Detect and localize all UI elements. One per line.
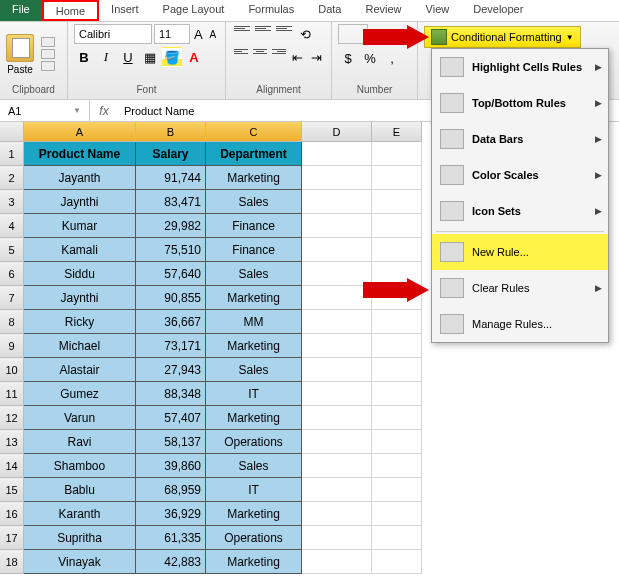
cell[interactable]: Operations xyxy=(206,430,302,454)
cell[interactable] xyxy=(372,526,422,550)
cell[interactable]: Finance xyxy=(206,214,302,238)
cell[interactable]: IT xyxy=(206,478,302,502)
cell[interactable] xyxy=(372,310,422,334)
cell[interactable]: 73,171 xyxy=(136,334,206,358)
cell[interactable]: Finance xyxy=(206,238,302,262)
cell[interactable]: Marketing xyxy=(206,406,302,430)
cell[interactable]: Ricky xyxy=(24,310,136,334)
percent-button[interactable]: % xyxy=(360,48,380,68)
cell[interactable]: MM xyxy=(206,310,302,334)
name-box[interactable]: A1 ▼ xyxy=(0,100,90,121)
align-top-button[interactable] xyxy=(232,24,252,40)
cell[interactable]: Marketing xyxy=(206,502,302,526)
row-header[interactable]: 9 xyxy=(0,334,24,358)
tab-file[interactable]: File xyxy=(0,0,42,21)
indent-decrease-button[interactable]: ⇤ xyxy=(289,47,307,67)
shrink-font-button[interactable]: A xyxy=(207,24,220,44)
tab-view[interactable]: View xyxy=(414,0,462,21)
cell[interactable] xyxy=(302,286,372,310)
cell[interactable] xyxy=(372,550,422,574)
cell[interactable]: 42,883 xyxy=(136,550,206,574)
cell[interactable] xyxy=(302,478,372,502)
cell[interactable] xyxy=(372,142,422,166)
italic-button[interactable]: I xyxy=(96,47,116,67)
cell[interactable]: Marketing xyxy=(206,550,302,574)
cell[interactable]: Karanth xyxy=(24,502,136,526)
row-header[interactable]: 1 xyxy=(0,142,24,166)
row-header[interactable]: 4 xyxy=(0,214,24,238)
cell[interactable] xyxy=(302,382,372,406)
cell[interactable] xyxy=(302,334,372,358)
cell[interactable] xyxy=(302,430,372,454)
cell[interactable]: 91,744 xyxy=(136,166,206,190)
row-header[interactable]: 17 xyxy=(0,526,24,550)
dropdown-item[interactable]: Color Scales▶ xyxy=(432,157,608,193)
cell[interactable]: 88,348 xyxy=(136,382,206,406)
align-center-button[interactable] xyxy=(251,47,269,63)
cell[interactable]: Kamali xyxy=(24,238,136,262)
cell[interactable] xyxy=(372,334,422,358)
cell[interactable]: Kumar xyxy=(24,214,136,238)
font-name-select[interactable] xyxy=(74,24,152,44)
row-header[interactable]: 11 xyxy=(0,382,24,406)
cell[interactable] xyxy=(302,502,372,526)
cell[interactable]: Operations xyxy=(206,526,302,550)
cell[interactable] xyxy=(372,238,422,262)
col-header-e[interactable]: E xyxy=(372,122,422,142)
cell[interactable] xyxy=(372,166,422,190)
dropdown-item[interactable]: Highlight Cells Rules▶ xyxy=(432,49,608,85)
cell[interactable] xyxy=(372,358,422,382)
cell[interactable] xyxy=(302,358,372,382)
cell[interactable]: Michael xyxy=(24,334,136,358)
cell[interactable] xyxy=(302,406,372,430)
dropdown-item[interactable]: Manage Rules... xyxy=(432,306,608,342)
cell[interactable]: 83,471 xyxy=(136,190,206,214)
cell[interactable]: 61,335 xyxy=(136,526,206,550)
tab-review[interactable]: Review xyxy=(353,0,413,21)
tab-formulas[interactable]: Formulas xyxy=(236,0,306,21)
align-right-button[interactable] xyxy=(270,47,288,63)
grow-font-button[interactable]: A xyxy=(192,24,205,44)
row-header[interactable]: 16 xyxy=(0,502,24,526)
cell[interactable]: 36,929 xyxy=(136,502,206,526)
cut-icon[interactable] xyxy=(41,37,55,47)
cell[interactable] xyxy=(372,406,422,430)
fill-color-button[interactable]: 🪣 xyxy=(162,47,182,67)
font-size-select[interactable] xyxy=(154,24,190,44)
row-header[interactable]: 2 xyxy=(0,166,24,190)
dropdown-item[interactable]: Data Bars▶ xyxy=(432,121,608,157)
cell[interactable]: 57,640 xyxy=(136,262,206,286)
cell[interactable]: Sales xyxy=(206,190,302,214)
cell[interactable] xyxy=(302,550,372,574)
cell[interactable]: Gumez xyxy=(24,382,136,406)
cell[interactable]: Jaynthi xyxy=(24,190,136,214)
cell[interactable]: 90,855 xyxy=(136,286,206,310)
cell[interactable] xyxy=(302,238,372,262)
cell[interactable]: 57,407 xyxy=(136,406,206,430)
cell[interactable] xyxy=(302,190,372,214)
cell[interactable] xyxy=(302,142,372,166)
cell[interactable] xyxy=(372,190,422,214)
row-header[interactable]: 12 xyxy=(0,406,24,430)
dropdown-item[interactable]: Icon Sets▶ xyxy=(432,193,608,229)
col-header-a[interactable]: A xyxy=(24,122,136,142)
align-middle-button[interactable] xyxy=(253,24,273,40)
row-header[interactable]: 18 xyxy=(0,550,24,574)
tab-insert[interactable]: Insert xyxy=(99,0,151,21)
row-header[interactable]: 7 xyxy=(0,286,24,310)
cell[interactable] xyxy=(372,214,422,238)
cell[interactable]: Alastair xyxy=(24,358,136,382)
cell[interactable] xyxy=(372,430,422,454)
select-all-corner[interactable] xyxy=(0,122,24,142)
row-header[interactable]: 13 xyxy=(0,430,24,454)
cell[interactable]: Ravi xyxy=(24,430,136,454)
cell[interactable]: Marketing xyxy=(206,166,302,190)
cell[interactable]: 27,943 xyxy=(136,358,206,382)
row-header[interactable]: 14 xyxy=(0,454,24,478)
orientation-button[interactable]: ⟲ xyxy=(295,24,315,44)
cell[interactable] xyxy=(372,454,422,478)
col-header-b[interactable]: B xyxy=(136,122,206,142)
cell[interactable]: 75,510 xyxy=(136,238,206,262)
paste-button[interactable]: Paste xyxy=(6,34,34,75)
border-button[interactable]: ▦ xyxy=(140,47,160,67)
